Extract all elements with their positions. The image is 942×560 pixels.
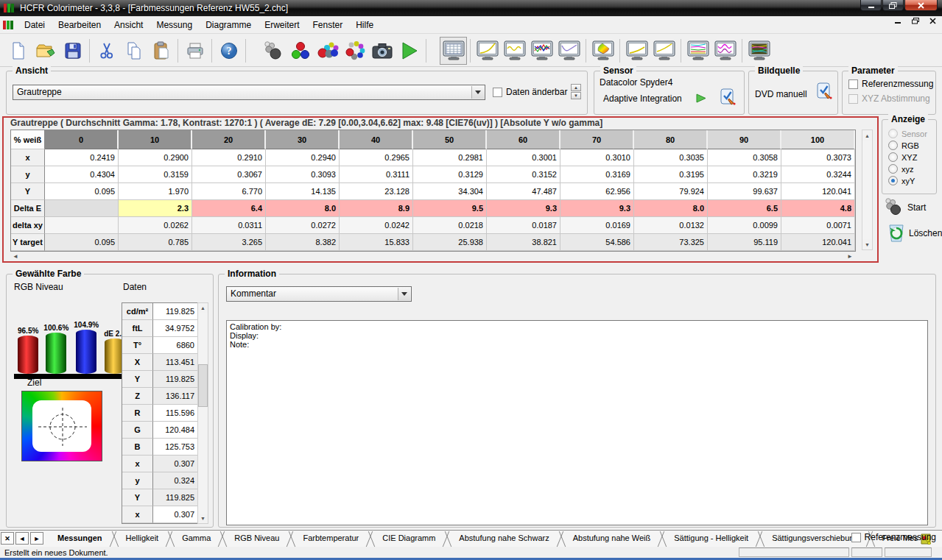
cell-delta-xy-40[interactable]: 0.0242 bbox=[340, 217, 413, 234]
cell-y-10[interactable]: 1.970 bbox=[119, 183, 192, 200]
near-black-chart-button[interactable] bbox=[623, 37, 650, 65]
comment-textarea[interactable]: Calibration by: Display: Note: bbox=[226, 320, 928, 525]
scroll-down-icon[interactable]: ▼ bbox=[862, 239, 872, 249]
luminance-chart-button[interactable] bbox=[501, 37, 528, 65]
cell-y-30[interactable]: 0.3093 bbox=[266, 166, 340, 183]
saturation-luminance-chart-button[interactable] bbox=[684, 37, 711, 65]
scroll-left-icon[interactable]: ◄ bbox=[10, 252, 21, 260]
cell-y-60[interactable]: 47.487 bbox=[487, 183, 560, 200]
cell-x-30[interactable]: 0.2940 bbox=[266, 149, 340, 166]
tabs-scroll-left-button[interactable]: ◄ bbox=[15, 532, 29, 545]
cell-delta-xy-100[interactable]: 0.0071 bbox=[781, 217, 855, 234]
cell-delta-e-40[interactable]: 8.9 bbox=[340, 200, 413, 217]
spin-up-button[interactable]: ▲ bbox=[571, 84, 581, 91]
cell-delta-xy-60[interactable]: 0.0187 bbox=[487, 217, 560, 234]
measure-secondaries-button[interactable] bbox=[314, 37, 341, 65]
cell-y-50[interactable]: 0.3129 bbox=[413, 166, 487, 183]
cell-delta-e-30[interactable]: 8.0 bbox=[266, 200, 340, 217]
cell-y-20[interactable]: 0.3067 bbox=[192, 166, 266, 183]
scroll-right-icon[interactable]: ► bbox=[845, 252, 855, 260]
sensor-radio[interactable] bbox=[888, 129, 898, 138]
tab-abstufung-nahe-wei[interactable]: Abstufung nahe Weiß bbox=[563, 531, 661, 547]
print-button[interactable] bbox=[181, 37, 208, 65]
cell-delta-e-50[interactable]: 9.5 bbox=[413, 200, 487, 217]
xyz-abstimmung-checkbox[interactable] bbox=[848, 94, 858, 104]
comment-select[interactable]: Kommentar bbox=[226, 286, 412, 302]
restore-button[interactable] bbox=[882, 0, 904, 11]
menu-ansicht[interactable]: Ansicht bbox=[108, 18, 150, 32]
cell-delta-e-100[interactable]: 4.8 bbox=[781, 200, 855, 217]
cell-delta-e-90[interactable]: 6.5 bbox=[708, 200, 781, 217]
gamma-chart-button[interactable] bbox=[474, 37, 501, 65]
cell-y-70[interactable]: 62.956 bbox=[560, 183, 634, 200]
cell-delta-e-60[interactable]: 9.3 bbox=[487, 200, 560, 217]
cell-y-20[interactable]: 6.770 bbox=[192, 183, 266, 200]
data-table-scrollbar[interactable]: ▲ ▼ bbox=[197, 302, 208, 524]
cell-y-target-40[interactable]: 15.833 bbox=[340, 234, 413, 251]
menu-hilfe[interactable]: Hilfe bbox=[349, 18, 380, 32]
mdi-close-icon[interactable] bbox=[929, 18, 936, 24]
scroll-up-icon[interactable]: ▲ bbox=[198, 303, 208, 313]
cell-delta-e-10[interactable]: 2.3 bbox=[119, 200, 192, 217]
run-measure-button[interactable] bbox=[396, 37, 423, 65]
menu-erweitert[interactable]: Erweitert bbox=[258, 18, 306, 32]
tabs-scroll-right-button[interactable]: ► bbox=[30, 532, 43, 545]
cell-delta-xy-30[interactable]: 0.0272 bbox=[266, 217, 340, 234]
cell-y-target-20[interactable]: 3.265 bbox=[192, 234, 266, 251]
new-document-button[interactable] bbox=[4, 37, 32, 65]
cell-y-target-60[interactable]: 38.821 bbox=[487, 234, 560, 251]
tab-farbtemperatur[interactable]: Farbtemperatur bbox=[293, 531, 368, 547]
cell-delta-xy-20[interactable]: 0.0311 bbox=[192, 217, 266, 234]
start-button[interactable]: Start bbox=[883, 197, 926, 218]
sensor-settings-icon[interactable] bbox=[719, 88, 737, 107]
view-select[interactable]: Grautreppe bbox=[13, 85, 485, 100]
menu-diagramme[interactable]: Diagramme bbox=[199, 18, 258, 32]
column-header-30[interactable]: 30 bbox=[266, 130, 340, 149]
column-header-40[interactable]: 40 bbox=[340, 130, 413, 149]
cell-delta-e-20[interactable]: 6.4 bbox=[192, 200, 266, 217]
cell-y-target-30[interactable]: 8.382 bbox=[266, 234, 340, 251]
cell-x-100[interactable]: 0.3073 bbox=[781, 149, 855, 166]
cell-y-target-0[interactable]: 0.095 bbox=[45, 234, 119, 251]
menu-fenster[interactable]: Fenster bbox=[306, 18, 349, 32]
table-horizontal-scrollbar[interactable]: ◄ ► bbox=[10, 252, 855, 260]
scroll-up-icon[interactable]: ▲ bbox=[862, 130, 872, 141]
cell-y-target-10[interactable]: 0.785 bbox=[119, 234, 192, 251]
cell-delta-xy-10[interactable]: 0.0262 bbox=[119, 217, 192, 234]
cell-x-40[interactable]: 0.2965 bbox=[340, 149, 413, 166]
near-white-chart-button[interactable] bbox=[650, 37, 678, 65]
cell-delta-xy-70[interactable]: 0.0169 bbox=[560, 217, 634, 234]
tab-messungen[interactable]: Messungen bbox=[48, 531, 112, 547]
measurements-table-button[interactable] bbox=[440, 37, 467, 65]
capture-image-button[interactable] bbox=[368, 37, 396, 65]
copy-button[interactable] bbox=[120, 37, 147, 65]
mdi-minimize-icon[interactable] bbox=[895, 18, 901, 24]
column-header-50[interactable]: 50 bbox=[413, 130, 487, 149]
rgb-levels-chart-button[interactable] bbox=[528, 37, 555, 65]
tab-cie-diagramm[interactable]: CIE Diagramm bbox=[373, 531, 445, 547]
cell-y-50[interactable]: 34.304 bbox=[413, 183, 487, 200]
cell-y-target-80[interactable]: 73.325 bbox=[634, 234, 708, 251]
sensor-play-icon[interactable] bbox=[696, 93, 707, 103]
cell-y-80[interactable]: 79.924 bbox=[634, 183, 708, 200]
cell-delta-e-80[interactable]: 8.0 bbox=[634, 200, 708, 217]
cut-button[interactable] bbox=[93, 37, 120, 65]
tab-abstufung-nahe-schwarz[interactable]: Abstufung nahe Schwarz bbox=[449, 531, 558, 547]
xyz-radio[interactable] bbox=[888, 152, 898, 162]
cell-delta-e-0[interactable] bbox=[45, 200, 119, 217]
tab-helligkeit[interactable]: Helligkeit bbox=[116, 531, 169, 547]
cell-x-50[interactable]: 0.2981 bbox=[413, 149, 487, 166]
tab-gamma[interactable]: Gamma bbox=[172, 531, 220, 547]
scroll-down-icon[interactable]: ▼ bbox=[198, 514, 208, 523]
measure-all-button[interactable] bbox=[341, 37, 368, 65]
table-vertical-scrollbar[interactable]: ▲ ▼ bbox=[862, 130, 873, 250]
cell-y-90[interactable]: 0.3219 bbox=[708, 166, 781, 183]
cell-y-target-100[interactable]: 120.041 bbox=[781, 234, 855, 251]
cell-y-100[interactable]: 120.041 bbox=[781, 183, 855, 200]
column-header-0[interactable]: 0 bbox=[45, 130, 119, 149]
save-button[interactable] bbox=[59, 37, 86, 65]
cell-delta-xy-80[interactable]: 0.0132 bbox=[634, 217, 708, 234]
saturation-shift-chart-button[interactable] bbox=[711, 37, 739, 65]
spin-down-button[interactable]: ▼ bbox=[571, 92, 581, 99]
open-file-button[interactable] bbox=[32, 37, 59, 65]
